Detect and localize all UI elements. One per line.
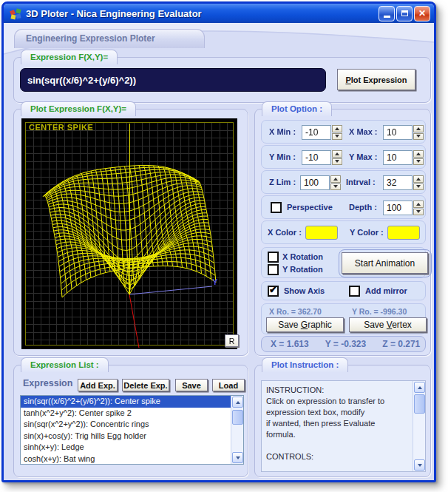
start-animation-button[interactable]: Start Animation <box>342 252 428 274</box>
plot-canvas[interactable] <box>21 118 237 349</box>
perspective-checkbox[interactable] <box>271 202 282 213</box>
expression-input[interactable] <box>20 68 326 92</box>
instruction-scrollbar[interactable] <box>413 381 425 471</box>
up-arrow-icon <box>416 203 421 206</box>
expression-list-group-label: Expression List : <box>21 357 109 372</box>
list-item[interactable]: sinh(x+y): Ledge <box>21 442 243 454</box>
save-graphic-button[interactable]: Save Graphic <box>266 317 344 332</box>
spin-down-button[interactable] <box>413 158 424 166</box>
plot-instruction-group-label: Plot Instruction : <box>262 357 348 372</box>
down-arrow-icon <box>416 135 421 138</box>
x-max-value[interactable]: 10 <box>383 125 413 140</box>
interval-spinner[interactable]: 32 <box>383 175 424 190</box>
status-x: X = 1.613 <box>271 339 309 349</box>
x-min-value[interactable]: -10 <box>302 125 331 140</box>
plot-option-group-label: Plot Option : <box>262 101 332 116</box>
load-list-button[interactable]: Load <box>212 379 245 391</box>
checkmark-icon: ✔ <box>269 284 277 295</box>
save-list-button[interactable]: Save <box>175 379 208 391</box>
y-max-label: Y Max : <box>349 152 377 161</box>
up-arrow-icon <box>418 386 422 389</box>
x-range-row: X Min : -10 X Max : 10 <box>261 120 426 144</box>
down-arrow-icon <box>335 135 339 138</box>
list-item[interactable]: cosh(x+y): Bat wing <box>21 454 243 465</box>
list-item[interactable]: sin(x)+cos(y): Trig hills Egg holder <box>21 431 243 442</box>
show-axis-checkbox[interactable]: ✔ <box>268 286 279 297</box>
instruction-textbox[interactable]: INSTRUCTION: Click on expression to tran… <box>261 380 426 472</box>
reset-view-button[interactable]: R <box>225 334 239 347</box>
x-max-spinner[interactable]: 10 <box>383 125 424 140</box>
y-rotation-checkbox[interactable] <box>268 264 279 275</box>
down-arrow-icon <box>416 185 421 188</box>
delete-expression-button[interactable]: Delete Exp. <box>122 379 169 391</box>
plot-option-group: Plot Option : X Min : -10 X Max : 10 Y M… <box>254 109 431 356</box>
x-color-label: X Color : <box>268 228 302 237</box>
spin-up-button[interactable] <box>330 175 341 183</box>
x-min-spinner[interactable]: -10 <box>302 125 342 140</box>
depth-spinner[interactable]: 100 <box>383 200 424 215</box>
save-row: X Ro. = 362.70 Y Ro. = -996.30 Save Grap… <box>261 303 426 334</box>
scroll-up-button[interactable] <box>414 382 425 393</box>
spin-down-button[interactable] <box>413 183 424 191</box>
axis-colors-row: X Color : Y Color : <box>261 220 426 244</box>
spin-up-button[interactable] <box>413 175 424 183</box>
x-rotation-checkbox[interactable] <box>268 252 279 263</box>
spin-down-button[interactable] <box>413 133 424 141</box>
list-item[interactable]: tanh(x^2+y^2): Center spike 2 <box>21 408 243 419</box>
x-max-label: X Max : <box>349 127 378 136</box>
y-rotation-label: Y Rotation <box>282 265 323 274</box>
close-button[interactable] <box>414 6 430 21</box>
z-lim-label: Z Lim : <box>269 178 296 186</box>
spin-up-button[interactable] <box>332 125 342 132</box>
up-arrow-icon <box>236 401 240 404</box>
spin-up-button[interactable] <box>413 150 424 158</box>
spin-up-button[interactable] <box>413 125 424 132</box>
y-min-label: Y Min : <box>269 152 296 161</box>
tab-engineering-expression-ploter[interactable]: Engineering Expression Ploter <box>14 29 205 48</box>
z-lim-spinner[interactable]: 100 <box>300 175 341 190</box>
y-max-spinner[interactable]: 10 <box>383 150 424 165</box>
scroll-down-button[interactable] <box>232 452 243 463</box>
add-expression-button[interactable]: Add Exp. <box>78 379 118 391</box>
instruction-text: INSTRUCTION: Click on expression to tran… <box>266 385 410 462</box>
x-min-label: X Min : <box>269 127 296 136</box>
expression-group-label: Expression F(X,Y)= <box>21 50 118 64</box>
interval-value[interactable]: 32 <box>383 175 413 190</box>
spin-down-button[interactable] <box>413 209 424 216</box>
up-arrow-icon <box>335 152 339 155</box>
scroll-thumb[interactable] <box>232 410 243 425</box>
depth-value[interactable]: 100 <box>383 200 413 215</box>
window-content: Engineering Expression Ploter Expression… <box>4 23 434 480</box>
list-item[interactable]: sin(sqr(x^2+y^2)): Concentric rings <box>21 419 243 431</box>
plot-caption: CENTER SPIKE <box>29 123 93 132</box>
scroll-down-button[interactable] <box>414 459 425 471</box>
z-lim-value[interactable]: 100 <box>300 175 330 190</box>
perspective-depth-row: Perspective Depth : 100 <box>261 195 426 219</box>
plot-expression-button[interactable]: Plot Expression <box>337 69 415 90</box>
spin-up-button[interactable] <box>332 150 342 158</box>
y-rotation-readout: Y Ro. = -996.30 <box>352 307 407 316</box>
spin-down-button[interactable] <box>332 133 342 141</box>
spin-down-button[interactable] <box>332 158 342 166</box>
scroll-thumb[interactable] <box>414 394 425 414</box>
expression-listbox[interactable]: sin(sqr((x/6)^2+(y/6)^2)): Center spike … <box>20 395 244 465</box>
up-arrow-icon <box>416 178 421 181</box>
window-title: 3D Ploter - Nica Engineering Evaluator <box>26 8 202 19</box>
y-color-swatch[interactable] <box>387 226 420 240</box>
maximize-button[interactable] <box>396 6 413 21</box>
y-min-spinner[interactable]: -10 <box>302 150 342 165</box>
add-mirror-checkbox[interactable] <box>349 286 360 297</box>
y-max-value[interactable]: 10 <box>383 150 413 165</box>
list-item[interactable]: sin(sqr((x/6)^2+(y/6)^2)): Center spike <box>21 396 243 408</box>
minimize-button[interactable] <box>379 6 395 21</box>
expression-list-group: Expression List : Expression Add Exp. De… <box>13 365 248 477</box>
x-color-swatch[interactable] <box>305 226 338 240</box>
spin-down-button[interactable] <box>330 183 341 191</box>
y-min-value[interactable]: -10 <box>302 150 331 165</box>
save-vertex-button[interactable]: Save Vertex <box>349 317 427 332</box>
scroll-up-button[interactable] <box>232 397 243 408</box>
list-scrollbar[interactable] <box>231 396 243 464</box>
spin-up-button[interactable] <box>413 200 424 208</box>
title-bar[interactable]: 3D Ploter - Nica Engineering Evaluator <box>4 4 434 23</box>
down-arrow-icon <box>333 185 338 188</box>
